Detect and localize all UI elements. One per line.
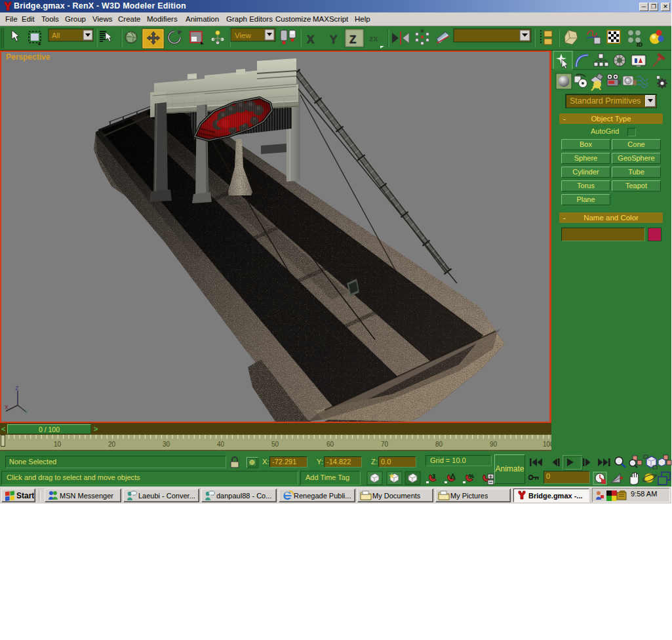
svg-text:y: y bbox=[25, 407, 29, 414]
svg-text:x: x bbox=[5, 403, 9, 410]
svg-text:z: z bbox=[15, 384, 19, 391]
